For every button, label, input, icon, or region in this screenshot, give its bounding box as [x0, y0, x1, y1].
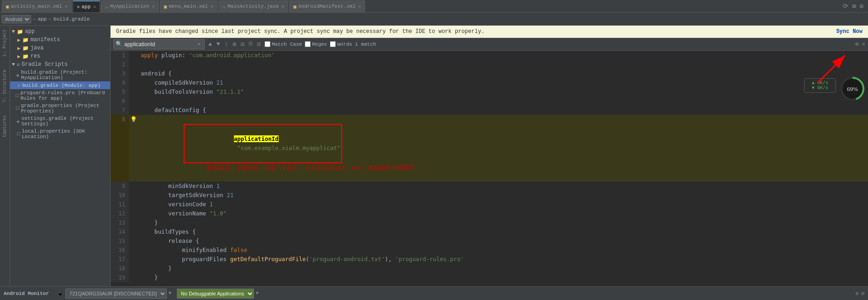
folder-icon-app2: 📁 [17, 29, 23, 35]
prev-match-button[interactable]: ▲ [207, 41, 213, 48]
sidebar-item-res[interactable]: ▶ 📁 res [10, 52, 110, 60]
android-dropdown[interactable]: Android [2, 15, 31, 23]
proguard-icon: □ [16, 93, 19, 98]
editor-area[interactable]: 1 apply plugin: 'com.android.application… [111, 51, 868, 286]
table-row: 7 defaultConfig { [111, 106, 868, 115]
speed-widget: ▲ 0K/s ▼ 0K/s [804, 78, 836, 93]
device-dropdown-arrow: ▼ [169, 291, 171, 296]
split-icon[interactable]: ⊞ [851, 1, 857, 11]
folder-icon-app: ▼ [12, 29, 15, 34]
sidebar-item-build-gradle-project[interactable]: ◈ build.gradle (Project: MyApplication) [10, 69, 110, 81]
tab-bar: ▣ activity_main.xml ✕ ◈ app ✕ ☕ MyApplic… [0, 0, 868, 13]
sync-now-button[interactable]: Sync Now [836, 28, 863, 35]
bottom-bar-actions: ⚙ ⊟ [856, 290, 864, 296]
table-row: 19 } [111, 273, 868, 282]
folder-java: 📁 [22, 45, 29, 51]
sidebar-item-gradle-scripts[interactable]: ▼ ⚙ Gradle Scripts [10, 60, 110, 69]
editor-container: Gradle files have changed since last pro… [111, 26, 868, 286]
clear-search-button[interactable]: ✕ [197, 41, 201, 48]
android-monitor-title: Android Monitor [4, 291, 49, 296]
search-input-wrap: 🔍 ✕ [113, 39, 205, 49]
local-props-icon: □ [17, 131, 20, 137]
regex-option[interactable]: Regex [305, 41, 327, 47]
tab-activity-main[interactable]: ▣ activity_main.xml ✕ [2, 0, 72, 12]
search-input[interactable] [124, 41, 197, 48]
match-case-option[interactable]: Match Case [265, 41, 302, 47]
xml-icon: ▣ [6, 4, 9, 10]
gradle-icon-app: ◈ [17, 82, 21, 88]
words-checkbox[interactable] [330, 41, 336, 47]
structure-tab[interactable]: 7: Structure [1, 68, 8, 104]
table-row: 1 apply plugin: 'com.android.application… [111, 51, 868, 60]
table-row: 2 [111, 60, 868, 69]
device-icon: 📱 [57, 290, 64, 296]
table-row: 16 minifyEnabled false [111, 246, 868, 255]
table-row: 12 versionName "1.0" [111, 209, 868, 218]
wrap-search-button[interactable]: ↕ [224, 41, 229, 48]
table-row: 15 release { [111, 236, 868, 246]
match-count: 1 match [355, 42, 376, 47]
sidebar: ▼ 📁 app ▶ 📁 manifests ▶ 📁 java ▶ 📁 res ▼… [10, 26, 111, 286]
project-tab[interactable]: 1: Project [1, 27, 8, 59]
copy-button[interactable]: ⎘ [248, 41, 254, 48]
notification-bar: Gradle files have changed since last pro… [111, 26, 868, 38]
xml-icon-menu: ▣ [164, 4, 167, 10]
search-icon: 🔍 [116, 41, 122, 48]
project-selector: Android ▸ app ▸ build.gradle [2, 15, 102, 23]
captures-tab[interactable]: Captures [1, 113, 8, 139]
gradle-scripts-folder: ⚙ [17, 62, 20, 68]
search-settings-icon[interactable]: ⚙ ✕ [855, 41, 865, 48]
close-tab-androidmanifest[interactable]: ✕ [358, 4, 361, 9]
replace-button[interactable]: ⊟ [256, 41, 262, 48]
sidebar-item-manifests[interactable]: ▶ 📁 manifests [10, 36, 110, 44]
sidebar-item-app[interactable]: ▼ 📁 app [10, 27, 110, 36]
main-layout: 1: Project 7: Structure Captures ▼ 📁 app… [0, 26, 868, 286]
bottom-bar: Android Monitor 📱 721QADRG33AUR [DISCONN… [0, 286, 868, 300]
words-option[interactable]: Words [330, 41, 352, 47]
table-row: 14 buildTypes { [111, 227, 868, 236]
sidebar-item-java[interactable]: ▶ 📁 java [10, 44, 110, 52]
settings-icon-tab[interactable]: ⚙ [859, 1, 864, 11]
app-dropdown[interactable]: No Debuggable Applications [177, 289, 254, 299]
close-tab-mainactivity[interactable]: ✕ [281, 4, 284, 9]
app-label: app [38, 16, 47, 22]
filter-button[interactable]: ⊞ [232, 41, 237, 48]
sidebar-item-local-properties[interactable]: □ local.properties (SDK Location) [10, 128, 110, 140]
device-dropdown[interactable]: 721QADRG33AUR [DISCONNECTED] [65, 289, 167, 299]
table-row: 17 proguardFiles getDefaultProguardFile(… [111, 255, 868, 264]
tab-app[interactable]: ◈ app ✕ [73, 0, 100, 12]
match-case-checkbox[interactable] [265, 41, 270, 47]
layout-icon-bottom[interactable]: ⊟ [861, 290, 864, 296]
notification-message: Gradle files have changed since last pro… [116, 28, 485, 35]
sidebar-item-build-gradle-app[interactable]: ◈ build.gradle (Module: app) [10, 81, 110, 89]
close-tab-activity-main[interactable]: ✕ [65, 4, 68, 9]
expand-button[interactable]: ⊡ [240, 41, 245, 48]
xml-icon-manifest: ▣ [293, 4, 296, 10]
table-row: 8 💡 applicationId "com.example.xialm.mya… [111, 115, 868, 182]
sidebar-item-settings-gradle[interactable]: ◈ settings.gradle (Project Settings) [10, 115, 110, 128]
sidebar-item-gradle-properties[interactable]: □ gradle.properties (Project Properties) [10, 102, 110, 115]
tab-androidmanifest[interactable]: ▣ AndroidManifest.xml ✕ [289, 0, 365, 12]
table-row: 18 } [111, 264, 868, 273]
tab-menu-main[interactable]: ▣ menu_main.xml ✕ [160, 0, 217, 12]
table-row: 6 [111, 96, 868, 106]
java-icon-main: ☕ [222, 4, 226, 10]
table-row: 5 buildToolsVersion "21.1.1" [111, 87, 868, 96]
code-editor[interactable]: 1 apply plugin: 'com.android.application… [111, 51, 868, 286]
tab-myapplication[interactable]: ☕ MyApplication ✕ [101, 0, 159, 12]
tab-mainactivity[interactable]: ☕ MainActivity.java ✕ [218, 0, 288, 12]
table-row: 4 compileSdkVersion 21 [111, 78, 868, 87]
sync-icon[interactable]: ⟳ [842, 1, 849, 11]
next-match-button[interactable]: ▼ [216, 41, 221, 48]
close-tab-app[interactable]: ✕ [93, 4, 96, 10]
sidebar-item-proguard[interactable]: □ proguard-rules.pro (ProGuard Rules for… [10, 89, 110, 102]
table-row: 13 } [111, 218, 868, 227]
settings-gradle-icon: ◈ [16, 118, 20, 124]
settings-icon-bottom[interactable]: ⚙ [856, 290, 859, 296]
gradle-icon-project: ◈ [16, 72, 19, 78]
table-row: 10 targetSdkVersion 21 [111, 191, 868, 200]
build-gradle-label: build.gradle [53, 16, 90, 22]
regex-checkbox[interactable] [305, 41, 311, 47]
close-tab-menu-main[interactable]: ✕ [211, 4, 213, 9]
close-tab-myapplication[interactable]: ✕ [152, 4, 155, 9]
